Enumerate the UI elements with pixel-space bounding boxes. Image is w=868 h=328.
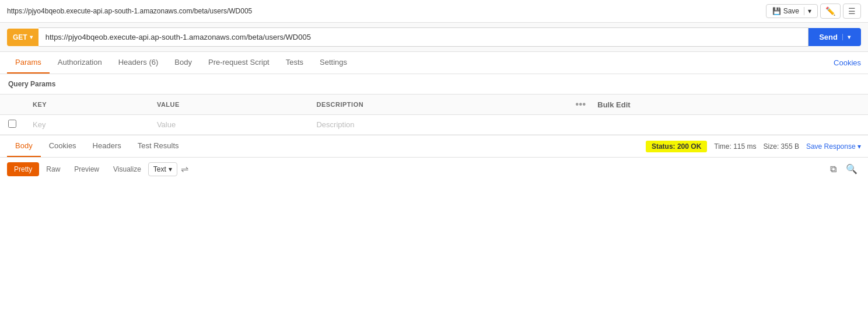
response-tabs-left: Body Cookies Headers Test Results (7, 135, 187, 157)
format-raw-button[interactable]: Raw (39, 162, 67, 176)
text-type-label: Text (153, 165, 166, 173)
method-chevron-icon: ▾ (30, 34, 33, 40)
top-bar: https://pjyo4bqeob.execute-api.ap-south-… (0, 0, 868, 23)
table-row: Key Value Description (0, 115, 868, 135)
format-pretty-button[interactable]: Pretty (7, 162, 39, 176)
copy-icon: ⧉ (830, 164, 836, 174)
request-section: Query Params KEY VALUE DESCRIPTION ••• B… (0, 74, 868, 135)
tab-prerequest[interactable]: Pre-request Script (200, 52, 278, 74)
request-tabs-left: Params Authorization Headers (6) Body Pr… (7, 52, 355, 74)
save-label: Save (783, 7, 799, 15)
response-time: Time: 115 ms (714, 142, 756, 151)
word-wrap-button[interactable]: ⇌ (177, 162, 192, 176)
tab-tests[interactable]: Tests (278, 52, 312, 74)
cookies-link[interactable]: Cookies (834, 53, 861, 73)
format-bar: Pretty Raw Preview Visualize Text ▾ ⇌ ⧉ … (0, 158, 868, 180)
row-checkbox[interactable] (8, 120, 16, 128)
search-icon: 🔍 (846, 164, 858, 174)
url-input[interactable] (38, 27, 809, 47)
desc-cell[interactable]: Description (308, 115, 567, 135)
status-badge: Status: 200 OK (646, 141, 707, 152)
format-actions-right: ⧉ 🔍 (827, 161, 861, 177)
request-tabs-bar: Params Authorization Headers (6) Body Pr… (0, 52, 868, 74)
response-size: Size: 355 B (764, 142, 799, 151)
desc-col-header: DESCRIPTION (308, 95, 567, 115)
value-cell[interactable]: Value (149, 115, 309, 135)
value-col-header: VALUE (149, 95, 309, 115)
bulk-edit-button[interactable]: Bulk Edit (595, 100, 632, 109)
checkbox-col-header (0, 95, 24, 115)
row-checkbox-cell (0, 115, 24, 135)
more-icon[interactable]: ••• (575, 99, 586, 109)
format-options-left: Pretty Raw Preview Visualize Text ▾ ⇌ (7, 162, 192, 176)
format-preview-button[interactable]: Preview (67, 162, 106, 176)
save-response-chevron-icon: ▾ (858, 142, 861, 151)
save-chevron-icon: ▾ (804, 7, 811, 15)
table-actions-header: ••• Bulk Edit (567, 95, 868, 115)
key-col-header: KEY (24, 95, 149, 115)
response-section: Body Cookies Headers Test Results Status… (0, 135, 868, 205)
comment-button[interactable]: ☰ (843, 4, 861, 19)
top-bar-actions: 💾 Save ▾ ✏️ ☰ (766, 4, 861, 19)
response-tab-cookies[interactable]: Cookies (41, 135, 85, 157)
search-response-button[interactable]: 🔍 (842, 161, 861, 177)
method-button[interactable]: GET ▾ (7, 29, 38, 46)
send-label: Send (819, 33, 838, 41)
top-bar-url: https://pjyo4bqeob.execute-api.ap-south-… (7, 7, 252, 15)
url-bar: GET ▾ Send ▾ (0, 23, 868, 52)
word-wrap-icon: ⇌ (181, 164, 188, 174)
comment-icon: ☰ (848, 6, 856, 16)
tab-headers[interactable]: Headers (6) (110, 52, 167, 74)
save-button[interactable]: 💾 Save ▾ (766, 4, 818, 18)
key-cell[interactable]: Key (24, 115, 149, 135)
tab-settings[interactable]: Settings (312, 52, 355, 74)
response-meta: Status: 200 OK Time: 115 ms Size: 355 B … (646, 141, 861, 152)
copy-response-button[interactable]: ⧉ (827, 162, 840, 177)
response-tab-body[interactable]: Body (7, 135, 41, 157)
save-response-button[interactable]: Save Response ▾ (806, 142, 861, 151)
tab-authorization[interactable]: Authorization (50, 52, 110, 74)
response-tabs-bar: Body Cookies Headers Test Results Status… (0, 135, 868, 158)
query-params-title: Query Params (0, 74, 868, 94)
edit-icon: ✏️ (825, 6, 835, 16)
edit-button[interactable]: ✏️ (820, 4, 841, 19)
method-label: GET (13, 33, 27, 41)
response-tab-headers[interactable]: Headers (85, 135, 130, 157)
params-table: KEY VALUE DESCRIPTION ••• Bulk Edit (0, 94, 868, 135)
response-tab-test-results[interactable]: Test Results (130, 135, 187, 157)
save-icon: 💾 (772, 7, 781, 15)
text-type-chevron-icon: ▾ (169, 165, 172, 173)
text-type-dropdown[interactable]: Text ▾ (148, 162, 177, 176)
format-visualize-button[interactable]: Visualize (106, 162, 148, 176)
tab-body[interactable]: Body (166, 52, 200, 74)
row-actions-cell (567, 115, 868, 135)
send-chevron-icon: ▾ (842, 34, 850, 40)
send-button[interactable]: Send ▾ (808, 28, 861, 46)
tab-params[interactable]: Params (7, 52, 50, 74)
